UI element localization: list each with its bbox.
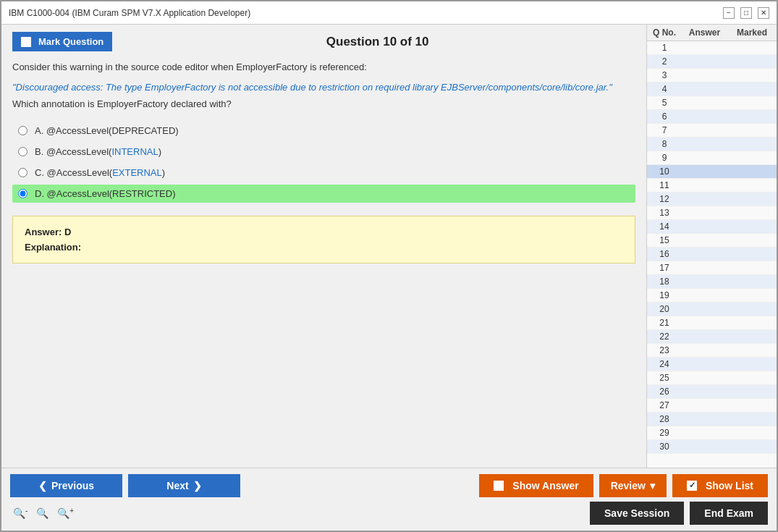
option-c-radio[interactable] bbox=[18, 168, 28, 177]
review-label: Review bbox=[611, 480, 646, 491]
sidebar-row[interactable]: 11 bbox=[647, 179, 777, 193]
sidebar-row[interactable]: 10 bbox=[647, 165, 777, 179]
sidebar-row[interactable]: 1 bbox=[647, 41, 777, 55]
sidebar-row[interactable]: 29 bbox=[647, 426, 777, 440]
window-title: IBM C1000-004 (IBM Curam SPM V7.X Applic… bbox=[9, 8, 250, 18]
review-button[interactable]: Review ▾ bbox=[599, 474, 667, 497]
sidebar-row[interactable]: 20 bbox=[647, 303, 777, 316]
show-list-label: Show List bbox=[706, 480, 753, 491]
sidebar-row[interactable]: 4 bbox=[647, 83, 777, 96]
sidebar-row-answer bbox=[679, 166, 730, 177]
save-session-label: Save Session bbox=[604, 507, 669, 519]
sidebar-row[interactable]: 18 bbox=[647, 275, 777, 289]
zoom-reset-button[interactable] bbox=[33, 505, 51, 521]
end-exam-button[interactable]: End Exam bbox=[690, 502, 768, 525]
option-a[interactable]: A. @AccessLevel(DEPRECATED) bbox=[12, 122, 635, 140]
option-c-blue: EXTERNAL bbox=[112, 167, 162, 178]
explanation-label: Explanation: bbox=[25, 242, 623, 253]
sidebar-col-qno: Q No. bbox=[650, 28, 679, 38]
sidebar-row[interactable]: 30 bbox=[647, 440, 777, 454]
sidebar-row[interactable]: 6 bbox=[647, 110, 777, 124]
sidebar-row[interactable]: 7 bbox=[647, 124, 777, 138]
sidebar-row-marked bbox=[730, 290, 774, 300]
sidebar-row[interactable]: 3 bbox=[647, 69, 777, 83]
zoom-in-button[interactable] bbox=[54, 505, 77, 521]
close-button[interactable]: ✕ bbox=[758, 7, 769, 19]
show-list-checkbox-icon bbox=[687, 481, 697, 491]
sidebar-row-marked bbox=[730, 84, 774, 94]
sidebar-row-marked bbox=[730, 414, 774, 424]
sidebar-row-marked bbox=[730, 43, 774, 53]
mark-question-label: Mark Question bbox=[38, 36, 103, 47]
sidebar-row[interactable]: 27 bbox=[647, 399, 777, 413]
sidebar-row-answer bbox=[679, 442, 730, 452]
sidebar-row-marked bbox=[730, 400, 774, 410]
sidebar-row[interactable]: 5 bbox=[647, 96, 777, 110]
sidebar-row[interactable]: 2 bbox=[647, 55, 777, 69]
sidebar-row-num: 23 bbox=[650, 345, 679, 355]
title-bar: IBM C1000-004 (IBM Curam SPM V7.X Applic… bbox=[1, 1, 777, 25]
sidebar-row-num: 14 bbox=[650, 221, 679, 232]
options-list: A. @AccessLevel(DEPRECATED) B. @AccessLe… bbox=[12, 122, 635, 206]
sidebar-row-num: 19 bbox=[650, 290, 679, 300]
sidebar-row-answer bbox=[679, 304, 730, 314]
sidebar-row[interactable]: 12 bbox=[647, 193, 777, 206]
sidebar-row[interactable]: 8 bbox=[647, 138, 777, 151]
save-session-button[interactable]: Save Session bbox=[590, 502, 684, 525]
sidebar-row-marked bbox=[730, 56, 774, 67]
sidebar-row[interactable]: 13 bbox=[647, 206, 777, 220]
sidebar-row-answer bbox=[679, 414, 730, 424]
maximize-button[interactable]: □ bbox=[740, 7, 752, 19]
sidebar-row-answer bbox=[679, 290, 730, 300]
sidebar-row[interactable]: 14 bbox=[647, 220, 777, 234]
question-warning: "Discouraged access: The type EmployerFa… bbox=[12, 80, 635, 95]
sidebar-row-answer bbox=[679, 235, 730, 245]
show-list-button[interactable]: Show List bbox=[672, 474, 768, 497]
sidebar-rows[interactable]: 1234567891011121314151617181920212223242… bbox=[647, 41, 777, 468]
option-b[interactable]: B. @AccessLevel(INTERNAL) bbox=[12, 143, 635, 161]
sidebar-row[interactable]: 28 bbox=[647, 413, 777, 426]
next-button[interactable]: Next bbox=[128, 474, 240, 497]
show-answer-button[interactable]: Show Answer bbox=[479, 474, 593, 497]
zoom-out-button[interactable] bbox=[10, 505, 30, 521]
zoom-controls bbox=[10, 505, 77, 521]
question-sub: Which annotation is EmployerFactory decl… bbox=[12, 97, 635, 111]
header-bar: Mark Question Question 10 of 10 bbox=[12, 32, 635, 51]
mark-question-button[interactable]: Mark Question bbox=[12, 32, 112, 51]
option-d-radio[interactable] bbox=[18, 189, 28, 198]
question-title: Question 10 of 10 bbox=[119, 35, 635, 49]
sidebar-row[interactable]: 15 bbox=[647, 234, 777, 248]
sidebar-row-marked bbox=[730, 70, 774, 80]
option-c-label: C. @AccessLevel(EXTERNAL) bbox=[35, 167, 165, 178]
sidebar-row-marked bbox=[730, 139, 774, 149]
option-b-radio[interactable] bbox=[18, 147, 28, 156]
sidebar-row-marked bbox=[730, 125, 774, 135]
sidebar-row-marked bbox=[730, 235, 774, 245]
sidebar-row-answer bbox=[679, 70, 730, 80]
sidebar-row[interactable]: 24 bbox=[647, 358, 777, 371]
option-c[interactable]: C. @AccessLevel(EXTERNAL) bbox=[12, 164, 635, 182]
sidebar-row-marked bbox=[730, 263, 774, 273]
sidebar-row[interactable]: 19 bbox=[647, 289, 777, 303]
sidebar-row-answer bbox=[679, 208, 730, 218]
sidebar-row-marked bbox=[730, 276, 774, 287]
sidebar-row-marked bbox=[730, 166, 774, 177]
minimize-button[interactable]: − bbox=[723, 7, 735, 19]
sidebar-row-answer bbox=[679, 153, 730, 163]
option-a-radio[interactable] bbox=[18, 126, 28, 135]
sidebar-row[interactable]: 26 bbox=[647, 385, 777, 399]
sidebar-row-num: 2 bbox=[650, 56, 679, 67]
sidebar-row[interactable]: 25 bbox=[647, 371, 777, 385]
sidebar-row[interactable]: 21 bbox=[647, 316, 777, 330]
secondary-buttons-row: Save Session End Exam bbox=[10, 502, 768, 525]
sidebar-row[interactable]: 9 bbox=[647, 151, 777, 165]
content-area: Mark Question Question 10 of 10 Consider… bbox=[1, 25, 777, 468]
option-d[interactable]: D. @AccessLevel(RESTRICTED) bbox=[12, 185, 635, 203]
sidebar-row[interactable]: 16 bbox=[647, 248, 777, 261]
sidebar-row[interactable]: 17 bbox=[647, 261, 777, 275]
sidebar-row[interactable]: 22 bbox=[647, 330, 777, 344]
previous-button[interactable]: Previous bbox=[10, 474, 122, 497]
sidebar-row[interactable]: 23 bbox=[647, 344, 777, 358]
window-controls: − □ ✕ bbox=[723, 7, 769, 19]
sidebar-row-num: 5 bbox=[650, 98, 679, 108]
